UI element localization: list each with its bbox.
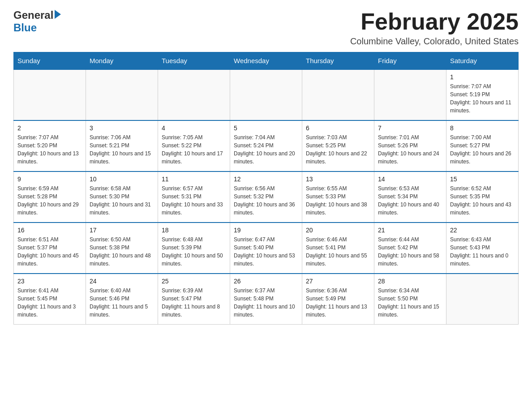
calendar-cell: 3Sunrise: 7:06 AMSunset: 5:21 PMDaylight… [86, 120, 158, 171]
day-info: Sunrise: 6:41 AMSunset: 5:45 PMDaylight:… [17, 287, 82, 319]
day-info: Sunrise: 6:36 AMSunset: 5:49 PMDaylight:… [306, 287, 370, 319]
calendar-cell [158, 69, 230, 120]
calendar-cell: 12Sunrise: 6:56 AMSunset: 5:32 PMDayligh… [230, 171, 302, 223]
calendar-cell [446, 274, 519, 325]
title-block: February 2025 Columbine Valley, Colorado… [350, 9, 519, 47]
day-number: 28 [378, 278, 442, 285]
day-number: 27 [306, 278, 370, 285]
calendar-cell: 15Sunrise: 6:52 AMSunset: 5:35 PMDayligh… [446, 171, 519, 223]
day-info: Sunrise: 7:06 AMSunset: 5:21 PMDaylight:… [90, 133, 154, 166]
day-info: Sunrise: 6:48 AMSunset: 5:39 PMDaylight:… [162, 235, 226, 268]
calendar-cell: 8Sunrise: 7:00 AMSunset: 5:27 PMDaylight… [446, 120, 519, 171]
day-info: Sunrise: 7:05 AMSunset: 5:22 PMDaylight:… [162, 133, 226, 166]
day-number: 22 [450, 227, 515, 234]
calendar-cell: 1Sunrise: 7:07 AMSunset: 5:19 PMDaylight… [446, 69, 519, 120]
calendar-cell [230, 69, 302, 120]
calendar-cell: 6Sunrise: 7:03 AMSunset: 5:25 PMDaylight… [302, 120, 374, 171]
day-info: Sunrise: 6:40 AMSunset: 5:46 PMDaylight:… [90, 287, 154, 319]
day-number: 10 [90, 176, 154, 183]
logo: General Blue [13, 9, 61, 34]
logo-general-text: General [13, 9, 53, 21]
calendar-week-row: 9Sunrise: 6:59 AMSunset: 5:28 PMDaylight… [14, 171, 519, 223]
day-number: 13 [306, 176, 370, 183]
day-number: 26 [234, 278, 298, 285]
calendar-cell: 5Sunrise: 7:04 AMSunset: 5:24 PMDaylight… [230, 120, 302, 171]
day-info: Sunrise: 6:52 AMSunset: 5:35 PMDaylight:… [450, 184, 515, 217]
day-number: 3 [90, 124, 154, 132]
weekday-header-saturday: Saturday [446, 52, 519, 70]
calendar-cell: 17Sunrise: 6:50 AMSunset: 5:38 PMDayligh… [86, 223, 158, 274]
day-number: 2 [17, 124, 82, 132]
day-info: Sunrise: 6:44 AMSunset: 5:42 PMDaylight:… [378, 235, 442, 268]
day-number: 14 [378, 176, 442, 183]
calendar-cell [374, 69, 446, 120]
weekday-header-wednesday: Wednesday [230, 52, 302, 70]
calendar-cell: 13Sunrise: 6:55 AMSunset: 5:33 PMDayligh… [302, 171, 374, 223]
calendar-cell: 14Sunrise: 6:53 AMSunset: 5:34 PMDayligh… [374, 171, 446, 223]
calendar-week-row: 1Sunrise: 7:07 AMSunset: 5:19 PMDaylight… [14, 69, 519, 120]
weekday-header-sunday: Sunday [14, 52, 86, 70]
day-info: Sunrise: 6:39 AMSunset: 5:47 PMDaylight:… [162, 287, 226, 319]
day-info: Sunrise: 6:43 AMSunset: 5:43 PMDaylight:… [450, 235, 515, 268]
day-info: Sunrise: 7:00 AMSunset: 5:27 PMDaylight:… [450, 133, 515, 166]
day-number: 24 [90, 278, 154, 285]
day-info: Sunrise: 6:47 AMSunset: 5:40 PMDaylight:… [234, 235, 298, 268]
calendar-week-row: 16Sunrise: 6:51 AMSunset: 5:37 PMDayligh… [14, 223, 519, 274]
day-number: 11 [162, 176, 226, 183]
calendar-cell: 27Sunrise: 6:36 AMSunset: 5:49 PMDayligh… [302, 274, 374, 325]
calendar-cell: 21Sunrise: 6:44 AMSunset: 5:42 PMDayligh… [374, 223, 446, 274]
calendar-cell: 16Sunrise: 6:51 AMSunset: 5:37 PMDayligh… [14, 223, 86, 274]
calendar-cell: 25Sunrise: 6:39 AMSunset: 5:47 PMDayligh… [158, 274, 230, 325]
day-number: 9 [17, 176, 82, 183]
day-number: 23 [17, 278, 82, 285]
calendar-cell [86, 69, 158, 120]
day-info: Sunrise: 6:55 AMSunset: 5:33 PMDaylight:… [306, 184, 370, 217]
calendar-cell: 11Sunrise: 6:57 AMSunset: 5:31 PMDayligh… [158, 171, 230, 223]
day-number: 8 [450, 124, 515, 132]
calendar-cell: 9Sunrise: 6:59 AMSunset: 5:28 PMDaylight… [14, 171, 86, 223]
calendar-cell: 26Sunrise: 6:37 AMSunset: 5:48 PMDayligh… [230, 274, 302, 325]
weekday-header-row: SundayMondayTuesdayWednesdayThursdayFrid… [14, 52, 519, 70]
weekday-header-thursday: Thursday [302, 52, 374, 70]
day-number: 25 [162, 278, 226, 285]
logo-blue-text: Blue [13, 21, 37, 34]
calendar-cell: 24Sunrise: 6:40 AMSunset: 5:46 PMDayligh… [86, 274, 158, 325]
day-info: Sunrise: 6:56 AMSunset: 5:32 PMDaylight:… [234, 184, 298, 217]
calendar-cell [302, 69, 374, 120]
day-number: 20 [306, 227, 370, 234]
day-info: Sunrise: 6:34 AMSunset: 5:50 PMDaylight:… [378, 287, 442, 319]
calendar-cell: 10Sunrise: 6:58 AMSunset: 5:30 PMDayligh… [86, 171, 158, 223]
calendar-cell: 7Sunrise: 7:01 AMSunset: 5:26 PMDaylight… [374, 120, 446, 171]
day-info: Sunrise: 7:07 AMSunset: 5:19 PMDaylight:… [450, 82, 515, 115]
day-info: Sunrise: 7:04 AMSunset: 5:24 PMDaylight:… [234, 133, 298, 166]
day-number: 6 [306, 124, 370, 132]
calendar-cell: 20Sunrise: 6:46 AMSunset: 5:41 PMDayligh… [302, 223, 374, 274]
calendar-cell: 18Sunrise: 6:48 AMSunset: 5:39 PMDayligh… [158, 223, 230, 274]
day-number: 7 [378, 124, 442, 132]
day-number: 18 [162, 227, 226, 234]
calendar-table: SundayMondayTuesdayWednesdayThursdayFrid… [13, 52, 519, 325]
day-info: Sunrise: 6:46 AMSunset: 5:41 PMDaylight:… [306, 235, 370, 268]
day-info: Sunrise: 7:03 AMSunset: 5:25 PMDaylight:… [306, 133, 370, 166]
day-number: 12 [234, 176, 298, 183]
calendar-week-row: 23Sunrise: 6:41 AMSunset: 5:45 PMDayligh… [14, 274, 519, 325]
day-number: 21 [378, 227, 442, 234]
calendar-cell: 4Sunrise: 7:05 AMSunset: 5:22 PMDaylight… [158, 120, 230, 171]
month-title: February 2025 [350, 9, 519, 34]
weekday-header-monday: Monday [86, 52, 158, 70]
day-info: Sunrise: 6:53 AMSunset: 5:34 PMDaylight:… [378, 184, 442, 217]
weekday-header-tuesday: Tuesday [158, 52, 230, 70]
day-info: Sunrise: 6:50 AMSunset: 5:38 PMDaylight:… [90, 235, 154, 268]
day-info: Sunrise: 7:07 AMSunset: 5:20 PMDaylight:… [17, 133, 82, 166]
day-info: Sunrise: 6:37 AMSunset: 5:48 PMDaylight:… [234, 287, 298, 319]
day-number: 16 [17, 227, 82, 234]
day-info: Sunrise: 6:58 AMSunset: 5:30 PMDaylight:… [90, 184, 154, 217]
day-number: 19 [234, 227, 298, 234]
day-info: Sunrise: 6:51 AMSunset: 5:37 PMDaylight:… [17, 235, 82, 268]
calendar-cell [14, 69, 86, 120]
day-number: 17 [90, 227, 154, 234]
calendar-week-row: 2Sunrise: 7:07 AMSunset: 5:20 PMDaylight… [14, 120, 519, 171]
calendar-cell: 28Sunrise: 6:34 AMSunset: 5:50 PMDayligh… [374, 274, 446, 325]
calendar-cell: 2Sunrise: 7:07 AMSunset: 5:20 PMDaylight… [14, 120, 86, 171]
logo-arrow-icon [55, 10, 61, 19]
